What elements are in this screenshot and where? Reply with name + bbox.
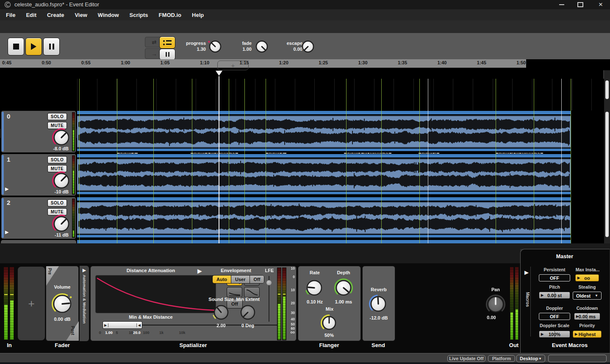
menu-scripts[interactable]: Scripts	[130, 12, 148, 18]
priority-control[interactable]: ▶Highest	[573, 331, 602, 338]
track1-volume-knob[interactable]	[52, 171, 71, 190]
minimize-button[interactable]	[554, 0, 569, 9]
track0-meter	[72, 112, 75, 152]
sound-size-knob[interactable]	[212, 303, 230, 322]
track0-waveform-clip[interactable]	[77, 110, 571, 153]
automation-modulation-strip[interactable]: ▶ Automation & Modulation	[80, 266, 89, 341]
persistent-toggle[interactable]: OFF	[539, 274, 570, 281]
scrollbar-thumb[interactable]	[605, 80, 609, 99]
pitch-label: Pitch	[549, 284, 560, 290]
track1-expand-icon[interactable]: ▶	[5, 186, 8, 192]
track1-solo-button[interactable]: SOLO	[47, 156, 67, 163]
envelopment-off-button[interactable]: Off	[250, 276, 264, 283]
min-extent-knob[interactable]	[238, 303, 257, 322]
close-button[interactable]: ×	[591, 0, 610, 9]
depth-knob[interactable]	[334, 278, 353, 298]
marker-gridline	[153, 79, 154, 243]
window-bottom-edge	[0, 362, 610, 364]
max-handle-icon[interactable]: ◀	[136, 323, 142, 327]
reverb-send-knob[interactable]	[369, 294, 388, 314]
loop-icon: ⇄	[152, 39, 157, 45]
meter-segments	[277, 268, 281, 340]
menu-fmodio[interactable]: FMOD.io	[159, 12, 181, 18]
spatializer-play-icon[interactable]: ▶	[197, 267, 202, 274]
meter-scale-label: 10	[291, 266, 295, 270]
track3-header-partial[interactable]	[1, 240, 76, 243]
pan-knob[interactable]	[485, 294, 506, 314]
envelopment-auto-button[interactable]: Auto	[213, 276, 231, 283]
menu-view[interactable]: View	[75, 12, 87, 18]
menu-help[interactable]: Help	[192, 12, 204, 18]
fader-module-label: Fader	[55, 342, 69, 348]
track-color-strip	[2, 198, 4, 238]
stop-button[interactable]	[8, 38, 24, 55]
fade-knob[interactable]	[254, 39, 270, 55]
doppler-scale-control[interactable]: ▶100%	[539, 331, 570, 338]
envelopment-user-button[interactable]: User	[231, 276, 249, 283]
add-effect-slot[interactable]: +	[18, 267, 45, 340]
lfe-slider-handle[interactable]	[266, 280, 272, 285]
track2-waveform-clip[interactable]	[77, 197, 571, 239]
menu-create[interactable]: Create	[47, 12, 64, 18]
volume-knob[interactable]	[51, 293, 73, 315]
distance-scale-label: 20.0	[133, 331, 141, 335]
max-instances-control[interactable]: ▶oo	[575, 274, 599, 281]
platform-dropdown[interactable]: Desktop▼	[516, 355, 545, 362]
track2-expand-icon[interactable]: ▶	[5, 229, 8, 235]
transport-bar: TIME BEATS PLAYING 01:02.322 ⇄ → progres…	[0, 33, 610, 59]
marker-gridline	[244, 79, 245, 243]
playhead-marker[interactable]	[216, 71, 222, 76]
play-button[interactable]	[25, 38, 42, 55]
meter-scale-label: 0	[293, 275, 295, 279]
playhead-line	[219, 76, 219, 243]
distance-attenuation-graph[interactable]	[95, 275, 216, 313]
stealing-label: Stealing	[579, 284, 596, 290]
maximize-icon	[577, 2, 583, 7]
pause-button[interactable]	[43, 38, 60, 55]
play-icon[interactable]: ▶	[83, 267, 86, 273]
stealing-dropdown[interactable]: Oldest▼	[573, 292, 602, 300]
maximize-button[interactable]	[573, 0, 588, 9]
attenuation-curve	[96, 276, 216, 313]
scrollbar-thumb[interactable]	[605, 112, 609, 237]
rate-knob[interactable]	[305, 278, 324, 298]
track2-solo-button[interactable]: SOLO	[47, 199, 67, 207]
menu-edit[interactable]: Edit	[26, 12, 36, 18]
track0-volume-knob[interactable]	[52, 128, 71, 147]
track1-waveform-clip[interactable]	[77, 154, 571, 196]
mix-knob[interactable]	[320, 314, 338, 332]
meter-segments	[72, 156, 75, 194]
progress-knob[interactable]	[207, 39, 223, 55]
curve-inverse-tapered-button[interactable]	[244, 287, 260, 298]
track2-meter	[72, 199, 75, 238]
timeline-ruler[interactable]: 0:450:500:551:001:051:101:151:201:251:30…	[0, 59, 526, 68]
send-module-label: Send	[372, 342, 385, 348]
track0-solo-button[interactable]: SOLO	[47, 113, 67, 120]
stop-icon	[13, 44, 19, 50]
min-handle-icon[interactable]: ▶	[103, 323, 108, 327]
pitch-control[interactable]: ▶0.00 st	[539, 292, 570, 299]
track2-volume-knob[interactable]	[52, 214, 71, 234]
reverb-label: Reverb	[371, 287, 386, 292]
macros-play-icon[interactable]: ▶	[524, 269, 529, 276]
doppler-toggle[interactable]: OFF	[539, 313, 570, 320]
cooldown-control[interactable]: ▶0.00 ms	[574, 313, 600, 320]
status-search-field[interactable]	[548, 355, 607, 362]
menu-file[interactable]: File	[6, 12, 15, 18]
volume-value: 0.00 dB	[54, 317, 70, 322]
marker-lane-grid	[77, 79, 603, 110]
track3-clip-partial[interactable]	[77, 240, 571, 243]
deck-view-button[interactable]	[159, 49, 175, 60]
ruler-tick: 0:45	[2, 60, 11, 65]
vertical-scrollbar[interactable]	[604, 70, 610, 243]
marker-gridline	[419, 79, 420, 243]
distance-range-slider[interactable]: ▶ ◀	[103, 321, 142, 329]
meter-segments	[510, 267, 513, 340]
menu-window[interactable]: Window	[98, 12, 119, 18]
curve-inverse-button[interactable]	[227, 287, 242, 298]
escape-knob[interactable]	[300, 39, 316, 55]
live-update-button[interactable]: Live Update Off	[447, 355, 485, 362]
out-label: Out	[509, 342, 518, 348]
slider-arrow-icon: ▶	[577, 276, 580, 280]
tracks-view-button[interactable]	[159, 36, 175, 49]
